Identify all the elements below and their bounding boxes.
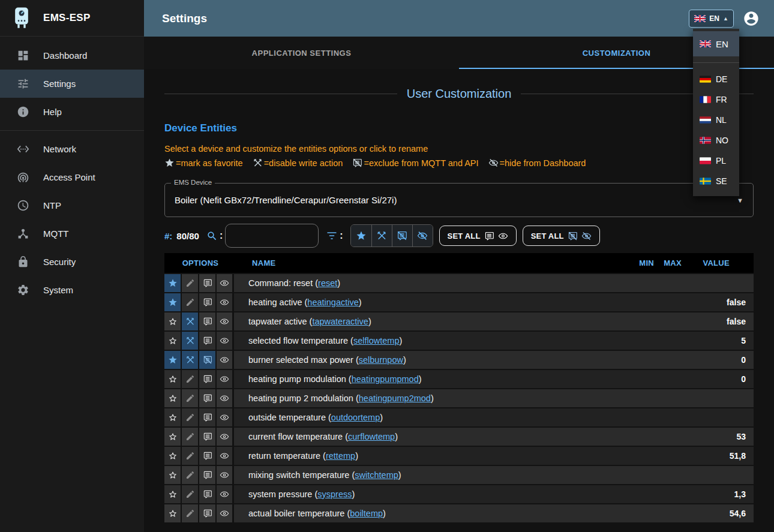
disable-write-toggle[interactable] xyxy=(182,504,199,522)
tab-application-settings[interactable]: APPLICATION SETTINGS xyxy=(144,37,459,69)
favorite-toggle[interactable] xyxy=(164,466,182,484)
favorite-toggle[interactable] xyxy=(164,447,182,465)
visibility-toggle[interactable] xyxy=(217,293,234,311)
disable-write-toggle[interactable] xyxy=(182,332,199,350)
entity-name[interactable]: Command: reset (reset) xyxy=(234,274,626,292)
exclude-mqtt-toggle[interactable] xyxy=(199,351,217,369)
entity-id-link[interactable]: switchtemp xyxy=(355,470,398,480)
exclude-mqtt-filter[interactable] xyxy=(392,225,412,247)
entity-name[interactable]: heating pump modulation (heatingpumpmod) xyxy=(234,370,626,388)
language-option-en[interactable]: EN xyxy=(693,31,739,56)
disable-write-toggle[interactable] xyxy=(182,389,199,407)
ems-device-select[interactable]: EMS Device Boiler (Nefit GBx72/Trendline… xyxy=(164,183,754,217)
visibility-toggle[interactable] xyxy=(217,312,234,330)
favorite-toggle[interactable] xyxy=(164,370,182,388)
set-all-hide-button[interactable]: SET ALL xyxy=(523,226,600,246)
disable-write-toggle[interactable] xyxy=(182,447,199,465)
favorite-toggle[interactable] xyxy=(164,485,182,503)
entity-name[interactable]: current flow temperature (curflowtemp) xyxy=(234,428,626,446)
exclude-mqtt-toggle[interactable] xyxy=(199,485,217,503)
favorite-toggle[interactable] xyxy=(164,351,182,369)
favorite-toggle[interactable] xyxy=(164,389,182,407)
exclude-mqtt-toggle[interactable] xyxy=(199,293,217,311)
entity-id-link[interactable]: tapwateractive xyxy=(312,317,368,326)
language-option-fr[interactable]: FR xyxy=(693,89,739,110)
language-option-de[interactable]: DE xyxy=(693,69,739,89)
entity-id-link[interactable]: outdoortemp xyxy=(331,413,380,422)
entity-name[interactable]: burner selected max power (selburnpow) xyxy=(234,351,626,369)
sidebar-item-system[interactable]: System xyxy=(0,276,144,304)
visibility-toggle[interactable] xyxy=(217,408,234,426)
entity-name[interactable]: mixing switch temperature (switchtemp) xyxy=(234,466,626,484)
favorite-toggle[interactable] xyxy=(164,274,182,292)
entity-name[interactable]: actual boiler temperature (boiltemp) xyxy=(234,504,626,522)
favorite-toggle[interactable] xyxy=(164,312,182,330)
entity-id-link[interactable]: curflowtemp xyxy=(348,432,395,441)
search-input[interactable] xyxy=(225,224,319,248)
exclude-mqtt-toggle[interactable] xyxy=(199,274,217,292)
entity-name[interactable]: tapwater active (tapwateractive) xyxy=(234,312,626,330)
entity-id-link[interactable]: heatingactive xyxy=(307,297,358,307)
disable-write-filter[interactable] xyxy=(371,225,392,247)
entity-id-link[interactable]: heatingpumpmod xyxy=(352,374,419,384)
visibility-toggle[interactable] xyxy=(217,370,234,388)
account-button[interactable] xyxy=(743,10,760,27)
visibility-toggle[interactable] xyxy=(217,274,234,292)
exclude-mqtt-toggle[interactable] xyxy=(199,466,217,484)
favorite-toggle[interactable] xyxy=(164,428,182,446)
sidebar-item-help[interactable]: Help xyxy=(0,98,144,126)
sidebar-item-mqtt[interactable]: MQTT xyxy=(0,220,144,248)
sidebar-item-access-point[interactable]: Access Point xyxy=(0,163,144,191)
language-option-nl[interactable]: NL xyxy=(693,110,739,130)
disable-write-toggle[interactable] xyxy=(182,485,199,503)
favorite-toggle[interactable] xyxy=(164,293,182,311)
language-option-no[interactable]: NO xyxy=(693,130,739,151)
entity-name[interactable]: outside temperature (outdoortemp) xyxy=(234,408,626,426)
visibility-toggle[interactable] xyxy=(217,351,234,369)
visibility-toggle[interactable] xyxy=(217,389,234,407)
sidebar-item-network[interactable]: Network xyxy=(0,135,144,163)
set-all-show-button[interactable]: SET ALL xyxy=(439,226,517,246)
entity-name[interactable]: selected flow temperature (selflowtemp) xyxy=(234,332,626,350)
disable-write-toggle[interactable] xyxy=(182,466,199,484)
visibility-toggle[interactable] xyxy=(217,447,234,465)
favorite-toggle[interactable] xyxy=(164,504,182,522)
sidebar-item-security[interactable]: Security xyxy=(0,248,144,276)
language-button[interactable]: EN ▲ xyxy=(689,10,734,28)
sidebar-item-ntp[interactable]: NTP xyxy=(0,191,144,220)
exclude-mqtt-toggle[interactable] xyxy=(199,447,217,465)
favorite-toggle[interactable] xyxy=(164,332,182,350)
visibility-toggle[interactable] xyxy=(217,332,234,350)
visibility-toggle[interactable] xyxy=(217,428,234,446)
disable-write-toggle[interactable] xyxy=(182,428,199,446)
entity-id-link[interactable]: heatingpump2mod xyxy=(359,393,431,403)
entity-id-link[interactable]: reset xyxy=(318,278,337,288)
disable-write-toggle[interactable] xyxy=(182,312,199,330)
favorite-filter[interactable] xyxy=(351,225,371,247)
hide-filter[interactable] xyxy=(412,225,433,247)
entity-id-link[interactable]: selburnpow xyxy=(359,355,403,365)
entity-id-link[interactable]: rettemp xyxy=(326,451,355,461)
visibility-toggle[interactable] xyxy=(217,466,234,484)
sidebar-item-settings[interactable]: Settings xyxy=(0,70,144,98)
disable-write-toggle[interactable] xyxy=(182,274,199,292)
favorite-toggle[interactable] xyxy=(164,408,182,426)
sidebar-item-dashboard[interactable]: Dashboard xyxy=(0,41,144,70)
exclude-mqtt-toggle[interactable] xyxy=(199,389,217,407)
entity-id-link[interactable]: boiltemp xyxy=(350,509,383,518)
disable-write-toggle[interactable] xyxy=(182,293,199,311)
exclude-mqtt-toggle[interactable] xyxy=(199,504,217,522)
entity-name[interactable]: system pressure (syspress) xyxy=(234,485,626,503)
exclude-mqtt-toggle[interactable] xyxy=(199,312,217,330)
entity-name[interactable]: heating pump 2 modulation (heatingpump2m… xyxy=(234,389,626,407)
exclude-mqtt-toggle[interactable] xyxy=(199,428,217,446)
disable-write-toggle[interactable] xyxy=(182,370,199,388)
entity-name[interactable]: return temperature (rettemp) xyxy=(234,447,626,465)
exclude-mqtt-toggle[interactable] xyxy=(199,370,217,388)
visibility-toggle[interactable] xyxy=(217,504,234,522)
entity-name[interactable]: heating active (heatingactive) xyxy=(234,293,626,311)
disable-write-toggle[interactable] xyxy=(182,408,199,426)
language-option-se[interactable]: SE xyxy=(693,171,739,191)
exclude-mqtt-toggle[interactable] xyxy=(199,408,217,426)
exclude-mqtt-toggle[interactable] xyxy=(199,332,217,350)
